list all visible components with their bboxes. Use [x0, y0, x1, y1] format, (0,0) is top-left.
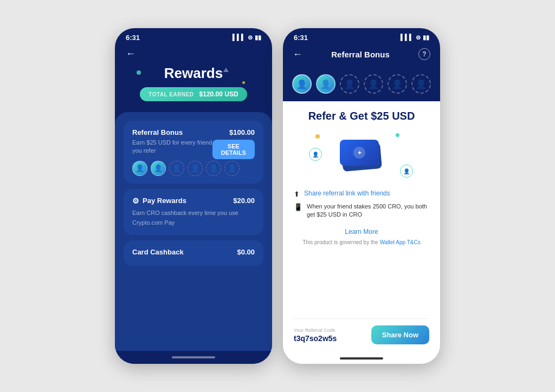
signal-icon-right: ▍▍▍ [401, 34, 414, 41]
cashback-card[interactable]: Card Cashback $0.00 [124, 240, 263, 266]
float-dot-yellow [315, 134, 320, 139]
battery-icon-right: ▮▮ [423, 34, 429, 41]
cashback-amount: $0.00 [237, 248, 255, 256]
pay-rewards-card[interactable]: ⚙ Pay Rewards $20.00 Earn CRO cashback e… [124, 189, 263, 235]
step-2: 📱 When your friend stakes 2500 CRO, you … [294, 202, 429, 219]
screenshot-container: 6:31 ▍▍▍ ⊜ ▮▮ ← Rewards TOTAL EARNED $12… [0, 0, 555, 392]
time-left: 6:31 [126, 34, 140, 42]
pay-icon: ⚙ [132, 197, 139, 205]
ref-avatar-4: 👤 [364, 74, 383, 94]
time-right: 6:31 [294, 34, 308, 42]
referral-steps: ⬆ Share referral link with friends 📱 Whe… [294, 190, 429, 219]
share-now-button[interactable]: Share Now [371, 325, 429, 344]
status-icons-left: ▍▍▍ ⊜ ▮▮ [233, 34, 261, 41]
rewards-header: ← [115, 44, 272, 65]
help-button[interactable]: ? [418, 48, 430, 60]
total-earned-badge: TOTAL EARNED $120.00 USD [140, 87, 247, 101]
avatar-2: 👤 [151, 161, 166, 176]
see-details-button[interactable]: SEE DETAILS [212, 140, 255, 159]
card-stack: ✦ [340, 140, 383, 172]
avatar-3: 👤 [169, 161, 184, 176]
home-indicator-right [283, 353, 440, 364]
referral-code-area: Your Referral Code t3q7so2w5s [294, 328, 337, 343]
battery-icon: ▮▮ [255, 34, 261, 41]
pay-rewards-desc: Earn CRO cashback every time you use Cry… [132, 210, 238, 226]
referral-card-row: Earn $25 USD for every friend you refer … [132, 139, 255, 161]
ref-avatar-6: 👤 [411, 74, 431, 94]
cashback-title: Card Cashback [132, 248, 184, 256]
home-bar-right [340, 357, 383, 360]
referral-card-amount: $100.00 [229, 128, 255, 136]
referral-avatar-banner: 👤 👤 👤 👤 👤 👤 [283, 67, 440, 101]
float-dot-cyan-top [396, 133, 399, 137]
referral-content: Refer & Get $25 USD 👤 👤 ✦ [283, 101, 440, 353]
referral-code-label: Your Referral Code [294, 328, 337, 333]
referral-phone: 6:31 ▍▍▍ ⊜ ▮▮ ← Referral Bonus ? 👤 👤 👤 👤… [283, 28, 440, 364]
rewards-title: Rewards [126, 65, 261, 82]
ref-avatar-3: 👤 [340, 74, 359, 94]
phone-icon: 📱 [294, 203, 302, 211]
referral-bonus-card[interactable]: Referral Bonus $100.00 Earn $25 USD for … [124, 121, 263, 184]
pay-rewards-header: ⚙ Pay Rewards $20.00 [132, 197, 255, 205]
referral-main-title: Refer & Get $25 USD [294, 110, 429, 122]
card-front: ✦ [340, 140, 379, 166]
total-earned-value: $120.00 USD [199, 90, 238, 98]
referral-card-desc: Earn $25 USD for every friend you refer [132, 139, 212, 155]
signal-icon: ▍▍▍ [233, 34, 246, 41]
pay-rewards-title: ⚙ Pay Rewards [132, 197, 186, 205]
terms-link[interactable]: Wallet App T&Cs [380, 239, 421, 245]
home-bar-left [172, 356, 215, 358]
ref-avatar-2: 👤 [316, 74, 335, 94]
referral-bottom: Your Referral Code t3q7so2w5s Share Now [294, 318, 429, 344]
deco-triangle [223, 68, 229, 72]
ref-avatar-5: 👤 [388, 74, 407, 94]
referral-code-value: t3q7so2w5s [294, 334, 337, 343]
step-1: ⬆ Share referral link with friends [294, 190, 429, 198]
referral-illustration: 👤 👤 ✦ [294, 129, 429, 183]
status-bar-left: 6:31 ▍▍▍ ⊜ ▮▮ [115, 28, 272, 44]
referral-card-header: Referral Bonus $100.00 [132, 128, 255, 136]
card-logo-icon: ✦ [353, 147, 365, 159]
referral-nav: ← Referral Bonus ? [283, 44, 440, 67]
rewards-content: Referral Bonus $100.00 Earn $25 USD for … [115, 112, 272, 351]
step-2-text: When your friend stakes 2500 CRO, you bo… [307, 202, 429, 219]
wifi-icon-right: ⊜ [416, 34, 421, 41]
avatar-1: 👤 [132, 161, 147, 176]
home-indicator-left [115, 351, 272, 364]
pay-rewards-amount: $20.00 [233, 197, 255, 205]
ref-avatar-1: 👤 [292, 74, 312, 94]
back-button-right[interactable]: ← [293, 49, 302, 60]
deco-dot-1 [137, 70, 141, 75]
float-avatar-1: 👤 [309, 148, 322, 161]
status-bar-right: 6:31 ▍▍▍ ⊜ ▮▮ [283, 28, 440, 44]
rewards-title-area: Rewards TOTAL EARNED $120.00 USD [115, 65, 272, 107]
spacer [294, 251, 429, 318]
wifi-icon: ⊜ [248, 34, 253, 41]
cashback-header: Card Cashback $0.00 [132, 248, 255, 256]
terms-text: This product is governed by the Wallet A… [294, 239, 429, 246]
avatar-4: 👤 [188, 161, 203, 176]
rewards-phone: 6:31 ▍▍▍ ⊜ ▮▮ ← Rewards TOTAL EARNED $12… [115, 28, 272, 364]
deco-dot-2 [242, 81, 245, 84]
referral-card-title: Referral Bonus [132, 128, 183, 136]
referral-nav-title: Referral Bonus [331, 50, 390, 59]
learn-more-link[interactable]: Learn More [294, 228, 429, 236]
share-icon: ⬆ [294, 190, 300, 198]
avatar-5: 👤 [206, 161, 221, 176]
total-earned-label: TOTAL EARNED [149, 92, 193, 97]
status-icons-right: ▍▍▍ ⊜ ▮▮ [401, 34, 429, 41]
avatar-6: 👤 [224, 161, 240, 176]
referral-avatar-row: 👤 👤 👤 👤 👤 👤 [132, 161, 255, 176]
step-1-text: Share referral link with friends [304, 190, 390, 197]
back-button-left[interactable]: ← [126, 48, 135, 60]
float-avatar-2: 👤 [400, 165, 413, 178]
